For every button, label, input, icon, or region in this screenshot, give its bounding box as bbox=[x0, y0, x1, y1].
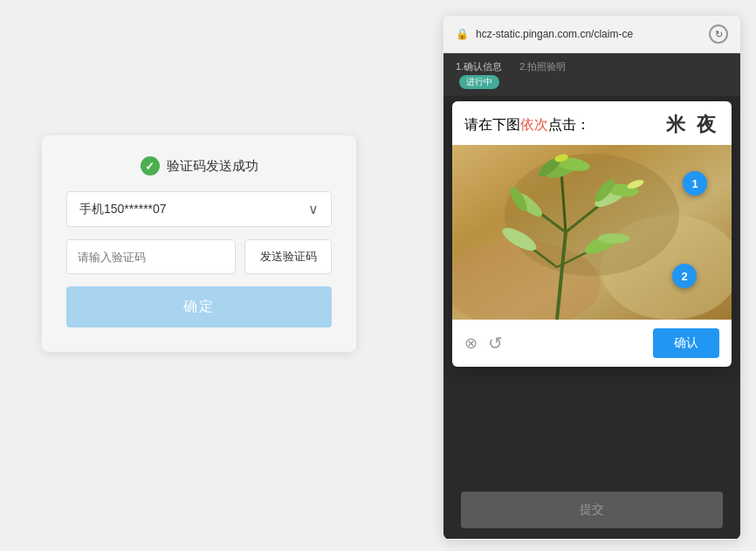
page-content: 1.确认信息 进行中 2.拍照验明 请在下图依次点击： 米 夜 bbox=[443, 53, 740, 539]
close-captcha-icon[interactable]: ⊗ bbox=[464, 334, 478, 353]
reload-icon[interactable]: ↻ bbox=[709, 24, 728, 44]
success-message: 验证码发送成功 bbox=[167, 158, 258, 175]
captcha-header: 请在下图依次点击： 米 夜 bbox=[452, 101, 732, 145]
captcha-image[interactable]: 1 2 bbox=[452, 145, 732, 320]
captcha-modal: 请在下图依次点击： 米 夜 bbox=[452, 101, 732, 367]
lock-icon: 🔒 bbox=[456, 28, 469, 40]
progress-bar: 1.确认信息 进行中 2.拍照验明 bbox=[443, 53, 740, 96]
progress-step-2: 2.拍照验明 bbox=[519, 60, 566, 89]
browser-address-bar: 🔒 hcz-static.pingan.com.cn/claim-ce ↻ bbox=[443, 16, 740, 53]
submit-area: 提交 bbox=[443, 481, 740, 539]
svg-point-4 bbox=[505, 154, 679, 276]
success-header: 验证码发送成功 bbox=[66, 156, 332, 176]
svg-point-21 bbox=[598, 233, 629, 244]
chevron-down-icon: ∨ bbox=[308, 201, 319, 217]
verification-dialog: 验证码发送成功 手机150******07 ∨ 发送验证码 确定 bbox=[42, 135, 356, 352]
step1-badge: 进行中 bbox=[459, 75, 499, 89]
captcha-instruction: 请在下图依次点击： bbox=[464, 116, 590, 134]
verification-code-input[interactable] bbox=[66, 239, 236, 274]
captcha-footer: ⊗ ↺ 确认 bbox=[452, 320, 732, 367]
send-code-button[interactable]: 发送验证码 bbox=[244, 239, 332, 274]
click-marker-2[interactable]: 2 bbox=[672, 264, 697, 288]
phone-number-text: 手机150******07 bbox=[79, 202, 167, 217]
click-marker-1[interactable]: 1 bbox=[683, 171, 707, 196]
progress-step-1: 1.确认信息 进行中 bbox=[456, 60, 502, 89]
submit-button[interactable]: 提交 bbox=[461, 492, 723, 528]
refresh-captcha-icon[interactable]: ↺ bbox=[488, 333, 503, 354]
code-input-row: 发送验证码 bbox=[66, 239, 332, 274]
browser-window: 🔒 hcz-static.pingan.com.cn/claim-ce ↻ 1.… bbox=[443, 16, 740, 540]
url-text[interactable]: hcz-static.pingan.com.cn/claim-ce bbox=[476, 28, 702, 40]
check-icon bbox=[141, 156, 160, 176]
captcha-characters: 米 夜 bbox=[666, 112, 720, 138]
emphasis-text: 依次 bbox=[520, 117, 548, 132]
captcha-verify-button[interactable]: 确认 bbox=[653, 328, 719, 358]
confirm-button[interactable]: 确定 bbox=[66, 286, 332, 327]
phone-select-dropdown[interactable]: 手机150******07 ∨ bbox=[66, 191, 332, 227]
